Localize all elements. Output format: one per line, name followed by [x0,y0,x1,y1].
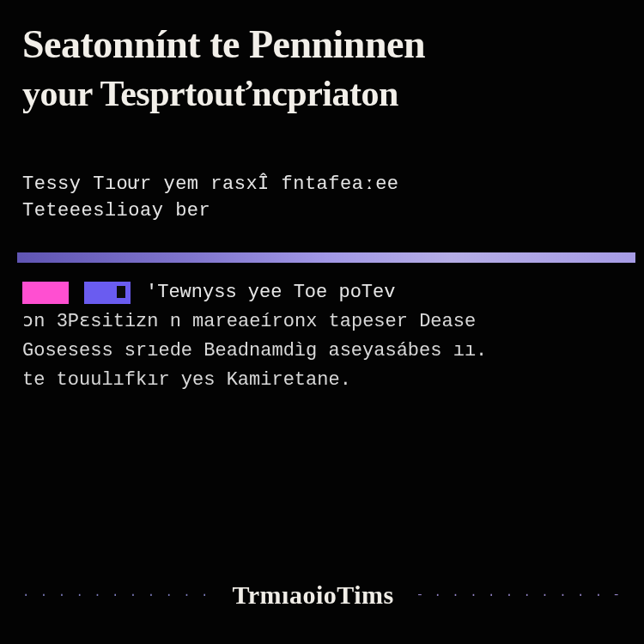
subheading-line-2: Teteeeslioay ber [22,200,618,222]
heading-line-1: Seatonnínt te Penninnen [22,24,627,65]
page-root: Seatonnínt te Penninnen your Tesprtouťnc… [0,0,644,644]
pink-block-icon [22,282,69,304]
gradient-divider [17,252,635,263]
body-line-4: te touulıfkır yes Kamiretane. [22,366,635,395]
body-line-1-text: 'Tewnyss yee Toe poTev [146,278,395,307]
body-line-1: 'Tewnyss yee Toe poTev [22,278,635,307]
footer: · · · · · · · · · · · TrmıaoioTims - · ·… [0,580,644,610]
heading-line-2: your Tesprtouťncpriaton [22,70,627,118]
footer-dots-right: - · · · · · · · · · · - [416,588,622,602]
body-line-3: Gosesess srıede Beadnamdìg aseyasábes ıı… [22,337,635,366]
purple-block-icon [84,282,131,304]
subheading-line-1: Tessy Tıoưr yem rasxÎ fntafeaːee [22,172,618,195]
body-panel: 'Tewnyss yee Toe poTev ɔn 3Pɛsitizn n ma… [22,278,635,395]
body-line-2: ɔn 3Pɛsitizn n mareaeíronx tapeser Dease [22,307,635,337]
page-heading: Seatonnínt te Penninnen your Tesprtouťnc… [22,24,627,118]
subheading: Tessy Tıoưr yem rasxÎ fntafeaːee Teteees… [22,172,618,222]
footer-title: TrmıaoioTims [232,580,393,610]
footer-dots-left: · · · · · · · · · · · [22,588,210,602]
